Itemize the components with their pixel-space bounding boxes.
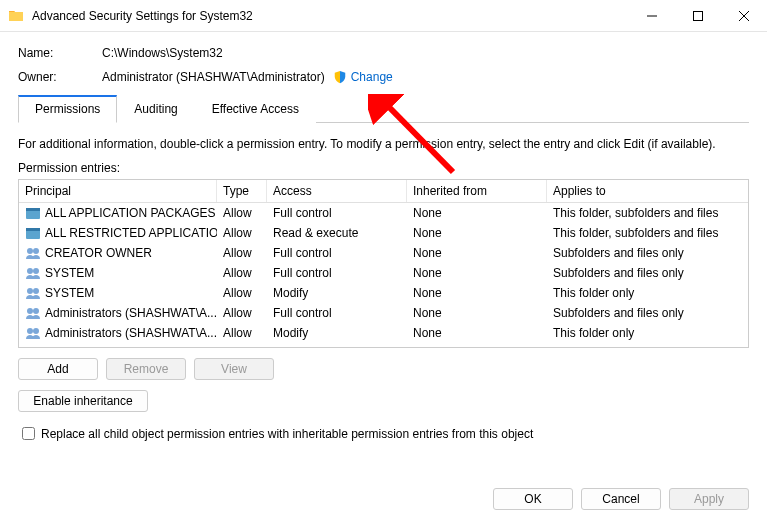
remove-button: Remove: [106, 358, 186, 380]
principal-icon: [25, 345, 41, 348]
cell-type: Allow: [217, 344, 267, 348]
svg-point-10: [33, 288, 39, 294]
cell-type: Allow: [217, 244, 267, 262]
cell-applies: Subfolders and files only: [547, 244, 727, 262]
cell-applies: Subfolders and files only: [547, 304, 727, 322]
principal-icon: [25, 325, 41, 341]
cell-applies: Subfolders and files only: [547, 264, 727, 282]
principal-icon: [25, 265, 41, 281]
cell-inherited: None: [407, 284, 547, 302]
svg-point-14: [33, 328, 39, 334]
cell-inherited: None: [407, 304, 547, 322]
tab-effective-access[interactable]: Effective Access: [195, 95, 316, 123]
col-inherited[interactable]: Inherited from: [407, 180, 547, 202]
svg-rect-2: [26, 208, 40, 211]
cell-inherited: None: [407, 264, 547, 282]
principal-icon: [25, 205, 41, 221]
titlebar: Advanced Security Settings for System32: [0, 0, 767, 32]
cell-principal: SYSTEM: [45, 286, 94, 300]
svg-rect-4: [26, 228, 40, 231]
cell-type: Allow: [217, 204, 267, 222]
cell-type: Allow: [217, 324, 267, 342]
ok-button[interactable]: OK: [493, 488, 573, 510]
change-owner-link[interactable]: Change: [351, 70, 393, 84]
enable-inheritance-button[interactable]: Enable inheritance: [18, 390, 148, 412]
svg-point-7: [27, 268, 33, 274]
table-row[interactable]: ALL RESTRICTED APPLICATION...AllowRead &…: [19, 223, 748, 243]
cell-type: Allow: [217, 284, 267, 302]
owner-value: Administrator (SHASHWAT\Administrator): [102, 70, 325, 84]
table-row[interactable]: ALL APPLICATION PACKAGESAllowFull contro…: [19, 203, 748, 223]
cell-type: Allow: [217, 304, 267, 322]
name-label: Name:: [18, 46, 102, 60]
cell-principal: CREATOR OWNER: [45, 246, 152, 260]
col-applies[interactable]: Applies to: [547, 180, 727, 202]
cell-principal: Administrators (SHASHWAT\A...: [45, 326, 217, 340]
svg-point-9: [27, 288, 33, 294]
cell-inherited: None: [407, 324, 547, 342]
svg-rect-0: [694, 11, 703, 20]
table-row[interactable]: SYSTEMAllowModifyNoneThis folder only: [19, 283, 748, 303]
svg-point-11: [27, 308, 33, 314]
svg-point-13: [27, 328, 33, 334]
name-value: C:\Windows\System32: [102, 46, 223, 60]
tabs: Permissions Auditing Effective Access: [18, 94, 749, 123]
cell-access: Read & execute: [267, 344, 407, 348]
cell-access: Read & execute: [267, 224, 407, 242]
cell-type: Allow: [217, 224, 267, 242]
permissions-grid: Principal Type Access Inherited from App…: [18, 179, 749, 348]
apply-button: Apply: [669, 488, 749, 510]
cell-principal: Administrators (SHASHWAT\A...: [45, 306, 217, 320]
cell-principal: ALL APPLICATION PACKAGES: [45, 206, 216, 220]
replace-checkbox[interactable]: [22, 427, 35, 440]
cell-type: Allow: [217, 264, 267, 282]
svg-point-8: [33, 268, 39, 274]
cell-principal: Users (SHASHWAT\Users): [45, 346, 189, 348]
cell-inherited: None: [407, 344, 547, 348]
window-title: Advanced Security Settings for System32: [32, 9, 629, 23]
info-text: For additional information, double-click…: [18, 137, 749, 151]
table-row[interactable]: Administrators (SHASHWAT\A...AllowModify…: [19, 323, 748, 343]
minimize-button[interactable]: [629, 0, 675, 32]
cell-access: Full control: [267, 264, 407, 282]
view-button: View: [194, 358, 274, 380]
cell-principal: ALL RESTRICTED APPLICATION...: [45, 226, 217, 240]
folder-icon: [8, 8, 24, 24]
cell-access: Full control: [267, 204, 407, 222]
table-row[interactable]: SYSTEMAllowFull controlNoneSubfolders an…: [19, 263, 748, 283]
col-principal[interactable]: Principal: [19, 180, 217, 202]
col-type[interactable]: Type: [217, 180, 267, 202]
svg-point-6: [33, 248, 39, 254]
svg-point-5: [27, 248, 33, 254]
entries-label: Permission entries:: [18, 161, 749, 175]
cell-applies: This folder, subfolders and files: [547, 224, 727, 242]
cell-access: Full control: [267, 304, 407, 322]
cell-inherited: None: [407, 244, 547, 262]
cell-principal: SYSTEM: [45, 266, 94, 280]
table-row[interactable]: Users (SHASHWAT\Users)AllowRead & execut…: [19, 343, 748, 348]
col-access[interactable]: Access: [267, 180, 407, 202]
cell-applies: This folder only: [547, 324, 727, 342]
table-row[interactable]: CREATOR OWNERAllowFull controlNoneSubfol…: [19, 243, 748, 263]
svg-point-12: [33, 308, 39, 314]
owner-label: Owner:: [18, 70, 102, 84]
cell-applies: This folder, subfolders and files: [547, 204, 727, 222]
cell-applies: This folder only: [547, 284, 727, 302]
cell-inherited: None: [407, 204, 547, 222]
tab-permissions[interactable]: Permissions: [18, 95, 117, 123]
cancel-button[interactable]: Cancel: [581, 488, 661, 510]
close-button[interactable]: [721, 0, 767, 32]
cell-inherited: None: [407, 224, 547, 242]
principal-icon: [25, 305, 41, 321]
add-button[interactable]: Add: [18, 358, 98, 380]
cell-access: Modify: [267, 284, 407, 302]
cell-applies: This folder, subfolders and files: [547, 344, 727, 348]
maximize-button[interactable]: [675, 0, 721, 32]
cell-access: Full control: [267, 244, 407, 262]
principal-icon: [25, 285, 41, 301]
cell-access: Modify: [267, 324, 407, 342]
table-row[interactable]: Administrators (SHASHWAT\A...AllowFull c…: [19, 303, 748, 323]
principal-icon: [25, 225, 41, 241]
replace-checkbox-label: Replace all child object permission entr…: [41, 427, 533, 441]
tab-auditing[interactable]: Auditing: [117, 95, 194, 123]
